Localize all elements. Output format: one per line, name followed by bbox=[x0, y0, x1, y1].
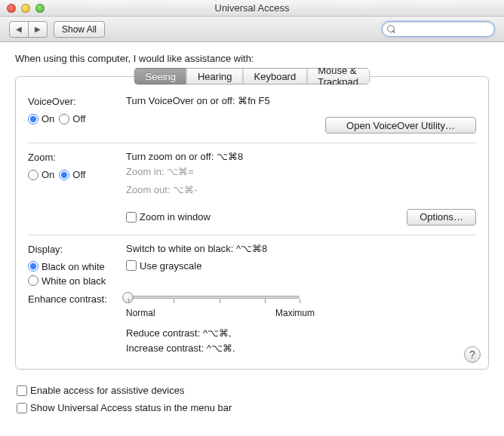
slider-min-label: Normal bbox=[126, 308, 155, 318]
forward-button[interactable]: ▶ bbox=[28, 21, 48, 38]
window-title: Universal Access bbox=[0, 2, 504, 14]
search-input[interactable] bbox=[398, 24, 490, 35]
voiceover-help: Turn VoiceOver on or off: ⌘fn F5 bbox=[126, 95, 476, 106]
reduce-contrast-hint: Reduce contrast: ^⌥⌘, bbox=[126, 326, 476, 342]
display-label: Display: bbox=[28, 244, 126, 255]
seeing-group: Seeing Hearing Keyboard Mouse & Trackpad… bbox=[15, 76, 489, 370]
content: When using this computer, I would like a… bbox=[0, 42, 504, 377]
tab-seeing[interactable]: Seeing bbox=[134, 68, 186, 84]
voiceover-on-radio[interactable]: On bbox=[28, 113, 54, 124]
display-row: Display: Black on white White on black S… bbox=[28, 235, 476, 287]
increase-contrast-hint: Increase contrast: ^⌥⌘. bbox=[126, 341, 476, 357]
zoom-help: Turn zoom on or off: ⌥⌘8 bbox=[126, 151, 476, 162]
zoom-off-radio[interactable]: Off bbox=[59, 169, 85, 180]
enable-assistive-checkbox[interactable]: Enable access for assistive devices bbox=[17, 385, 487, 396]
slider-max-label: Maximum bbox=[275, 308, 315, 318]
zoom-options-button[interactable]: Options… bbox=[407, 209, 476, 226]
zoom-in-hint: Zoom in: ⌥⌘= bbox=[126, 164, 476, 180]
zoom-out-hint: Zoom out: ⌥⌘- bbox=[126, 183, 476, 198]
chevron-left-icon: ◀ bbox=[16, 25, 22, 33]
voiceover-row: VoiceOver: On Off Turn VoiceOver on or o… bbox=[28, 88, 476, 143]
voiceover-off-radio[interactable]: Off bbox=[59, 113, 85, 124]
back-button[interactable]: ◀ bbox=[9, 21, 29, 38]
contrast-slider[interactable]: Normal Maximum bbox=[126, 293, 476, 318]
search-field[interactable] bbox=[382, 21, 495, 37]
voiceover-label: VoiceOver: bbox=[28, 96, 126, 107]
display-help: Switch to white on black: ^⌥⌘8 bbox=[126, 243, 476, 254]
tab-keyboard[interactable]: Keyboard bbox=[243, 68, 307, 84]
zoom-in-window-checkbox[interactable]: Zoom in window bbox=[126, 211, 211, 223]
search-icon bbox=[387, 25, 395, 34]
titlebar: Universal Access bbox=[0, 0, 504, 17]
zoom-label: Zoom: bbox=[28, 152, 126, 163]
chevron-right-icon: ▶ bbox=[35, 25, 41, 33]
open-voiceover-utility-button[interactable]: Open VoiceOver Utility… bbox=[325, 117, 476, 134]
tab-mouse-trackpad[interactable]: Mouse & Trackpad bbox=[306, 68, 370, 84]
zoom-on-radio[interactable]: On bbox=[28, 169, 54, 180]
tab-hearing[interactable]: Hearing bbox=[186, 68, 243, 84]
black-on-white-radio[interactable]: Black on white bbox=[28, 261, 126, 272]
show-status-menubar-checkbox[interactable]: Show Universal Access status in the menu… bbox=[17, 402, 487, 413]
tab-bar: Seeing Hearing Keyboard Mouse & Trackpad bbox=[134, 68, 370, 84]
show-all-button[interactable]: Show All bbox=[54, 21, 105, 38]
help-button[interactable]: ? bbox=[464, 346, 481, 363]
toolbar: ◀ ▶ Show All bbox=[0, 17, 504, 42]
contrast-label: Enhance contrast: bbox=[28, 293, 126, 305]
use-grayscale-checkbox[interactable]: Use grayscale bbox=[126, 260, 201, 272]
white-on-black-radio[interactable]: White on black bbox=[28, 275, 126, 287]
slider-ticks bbox=[128, 299, 310, 305]
footer: Enable access for assistive devices Show… bbox=[0, 377, 504, 421]
contrast-row: Enhance contrast: Normal Maximum Reduce … bbox=[28, 287, 476, 361]
zoom-row: Zoom: On Off Turn zoom on or off: ⌥⌘8 Zo… bbox=[28, 143, 476, 235]
intro-text: When using this computer, I would like a… bbox=[15, 53, 489, 64]
